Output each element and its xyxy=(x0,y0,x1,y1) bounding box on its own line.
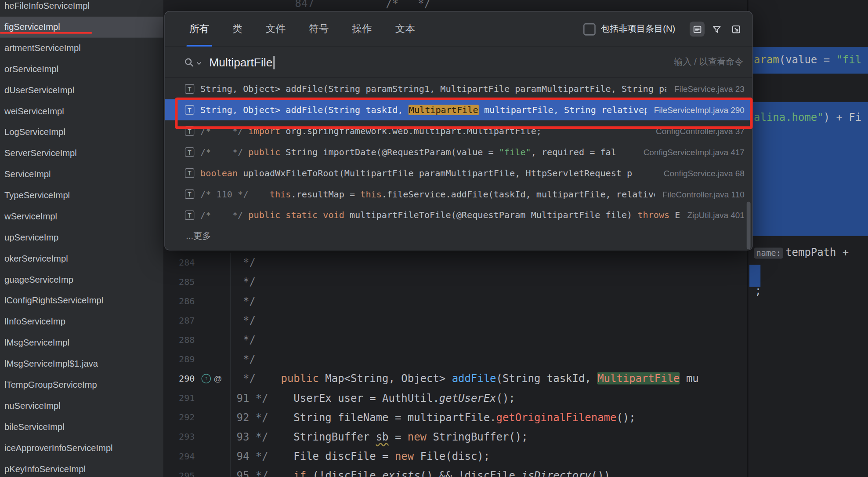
sidebar-item-label: iceApproverInfoServiceImpl xyxy=(4,443,113,453)
line-number[interactable]: 294 xyxy=(163,447,198,466)
editor-line[interactable]: 285 */ xyxy=(163,272,747,291)
tab-item[interactable]: 文本 xyxy=(395,11,415,46)
gutter-icons: ↑@ xyxy=(198,374,230,383)
filter-button[interactable] xyxy=(709,22,724,36)
editor-line[interactable]: 291 91 */ UserEx user = AuthUtil.getUser… xyxy=(163,388,747,408)
text-caret xyxy=(274,56,275,69)
editor-line[interactable]: 284 */ xyxy=(163,253,747,272)
include-non-project-label: 包括非项目条目(N) xyxy=(601,23,675,35)
tab-item[interactable]: 类 xyxy=(232,11,242,46)
sidebar-item-label: pKeyInfoServiceImpl xyxy=(4,464,86,474)
sidebar-item-label: TypeServiceImpl xyxy=(4,190,70,200)
sidebar-item[interactable]: ServerServiceImpl xyxy=(0,143,163,164)
editor-line[interactable]: 287 */ xyxy=(163,311,747,330)
editor-line[interactable]: 293 93 */ StringBuffer sb = new StringBu… xyxy=(163,427,747,446)
sidebar-item[interactable]: orServiceImpl xyxy=(0,59,163,80)
search-result-row[interactable]: T/* */ public static void multipartFileT… xyxy=(165,204,752,226)
right-editor-pane[interactable]: aram(value = "fil alina.home") + Fi name… xyxy=(747,0,868,477)
search-result-row[interactable]: T/* */ import org.springframework.web.mu… xyxy=(165,120,752,141)
line-number[interactable]: 293 xyxy=(163,427,198,446)
sidebar-item-label: heFileInfoServiceImpl xyxy=(4,1,90,11)
sidebar-item[interactable]: nuServiceImpl xyxy=(0,396,163,417)
sidebar-item[interactable]: lInfoServiceImp xyxy=(0,311,163,332)
sidebar-item-label: lTempGroupServiceImp xyxy=(4,380,97,390)
open-in-find-window-button[interactable] xyxy=(728,22,743,36)
tab-item[interactable]: 文件 xyxy=(266,11,286,46)
sidebar-item[interactable]: TypeServiceImpl xyxy=(0,185,163,206)
sidebar-item[interactable]: upServiceImp xyxy=(0,227,163,248)
sidebar-item[interactable]: LogServiceImpl xyxy=(0,122,163,143)
line-number[interactable]: 292 xyxy=(163,408,198,427)
editor-line[interactable]: 288 */ xyxy=(163,330,747,350)
sidebar-item-label: lConfigRightsServiceImpl xyxy=(4,296,103,306)
search-result-row[interactable]: TString, Object> addFile(String taskId, … xyxy=(165,99,752,120)
results-scrollbar[interactable] xyxy=(747,202,751,249)
line-number[interactable]: 285 xyxy=(163,272,198,291)
editor-line[interactable]: 290↑@ */ public Map<String, Object> addF… xyxy=(163,369,747,388)
code-text: 93 */ StringBuffer sb = new StringBuffer… xyxy=(230,427,528,446)
result-file-reference: ConfigController.java 37 xyxy=(648,126,752,135)
line-number[interactable]: 289 xyxy=(163,350,198,369)
sidebar-item[interactable]: ServiceImpl xyxy=(0,164,163,185)
sidebar-item[interactable]: lMsgServiceImpl xyxy=(0,332,163,353)
line-number[interactable]: 295 xyxy=(163,466,198,477)
sidebar-item[interactable]: iceApproverInfoServiceImpl xyxy=(0,437,163,459)
editor-line[interactable]: 295 95 */ if (!discFile.exists() && !dis… xyxy=(163,466,747,477)
line-number[interactable]: 288 xyxy=(163,330,198,350)
line-number[interactable]: 290 xyxy=(163,369,198,388)
sidebar-item[interactable]: dUserServiceImpl xyxy=(0,80,163,101)
more-results-item[interactable]: ...更多 xyxy=(165,226,752,247)
line-number[interactable]: 284 xyxy=(163,253,198,272)
editor-line[interactable]: 294 94 */ File discFile = new File(disc)… xyxy=(163,447,747,466)
tab-item[interactable]: 符号 xyxy=(309,11,329,46)
line-number[interactable]: 291 xyxy=(163,388,198,408)
result-file-reference: ZipUtil.java 401 xyxy=(680,210,752,219)
code-text: */ xyxy=(230,311,256,330)
annotation-at-icon[interactable]: @ xyxy=(213,375,222,383)
sidebar-item[interactable]: bileServiceImpl xyxy=(0,417,163,438)
sidebar-item[interactable]: figServiceImpl xyxy=(0,17,163,38)
sidebar-item[interactable]: heFileInfoServiceImpl xyxy=(0,0,163,17)
sidebar-item-label: wServiceImpl xyxy=(4,211,57,222)
gutter-line-number: 847 xyxy=(295,0,314,10)
editor-top-strip[interactable]: 847 /* */ xyxy=(163,0,750,11)
preview-toggle-button[interactable] xyxy=(690,22,705,36)
search-result-row[interactable]: Tboolean uploadWxFileToRoot(MultipartFil… xyxy=(165,162,752,183)
sidebar-item[interactable]: lMsgServiceImpl$1.java xyxy=(0,353,163,375)
editor-line[interactable]: 289 */ xyxy=(163,350,747,369)
tab-active[interactable]: 所有 xyxy=(189,11,209,46)
search-hint-text: 输入 / 以查看命令 xyxy=(674,57,743,68)
sidebar-item[interactable]: pKeyInfoServiceImpl xyxy=(0,459,163,477)
text-result-icon: T xyxy=(185,210,194,219)
filter-funnel-icon xyxy=(712,24,722,34)
code-line: name:tempPath + xyxy=(754,241,849,263)
sidebar-item[interactable]: lConfigRightsServiceImpl xyxy=(0,290,163,311)
search-result-row[interactable]: T/* 110 */ this.resultMap = this.fileSer… xyxy=(165,183,752,204)
text-result-icon: T xyxy=(185,168,194,177)
sidebar-item-label: lMsgServiceImpl xyxy=(4,338,69,348)
sidebar-item[interactable]: lTempGroupServiceImp xyxy=(0,375,163,396)
search-field[interactable]: MultipartFile 输入 / 以查看命令 xyxy=(165,47,752,78)
result-file-reference: FileController.java 110 xyxy=(655,189,752,198)
sidebar-item[interactable]: okerServiceImpl xyxy=(0,248,163,269)
editor-line[interactable]: 286 */ xyxy=(163,291,747,311)
implements-up-icon[interactable]: ↑ xyxy=(202,374,211,383)
sidebar-item[interactable]: weiServiceImpl xyxy=(0,101,163,122)
sidebar-item[interactable]: artmentServiceImpl xyxy=(0,38,163,59)
search-type-chevron-icon xyxy=(196,57,201,67)
result-text: /* */ public String importDate(@RequestP… xyxy=(200,146,616,157)
sidebar-item-label: artmentServiceImpl xyxy=(4,43,81,53)
search-input[interactable]: MultipartFile xyxy=(209,56,272,69)
search-result-row[interactable]: T/* */ public String importDate(@Request… xyxy=(165,141,752,162)
sidebar-item-label: upServiceImp xyxy=(4,233,58,243)
search-everywhere-popup: 所有类文件符号操作文本 包括非项目条目(N) xyxy=(164,11,752,250)
sidebar-item[interactable]: guageServiceImp xyxy=(0,269,163,290)
search-result-row[interactable]: TString, Object> addFile(String paramStr… xyxy=(165,78,752,99)
sidebar-item[interactable]: wServiceImpl xyxy=(0,206,163,227)
include-non-project-checkbox[interactable] xyxy=(583,23,596,35)
tab-item[interactable]: 操作 xyxy=(352,11,372,46)
line-number[interactable]: 286 xyxy=(163,291,198,311)
line-number[interactable]: 287 xyxy=(163,311,198,330)
editor-line[interactable]: 292 92 */ String fileName = multipartFil… xyxy=(163,408,747,427)
code-editor[interactable]: 284 */285 */286 */287 */288 */289 */290↑… xyxy=(163,253,747,477)
